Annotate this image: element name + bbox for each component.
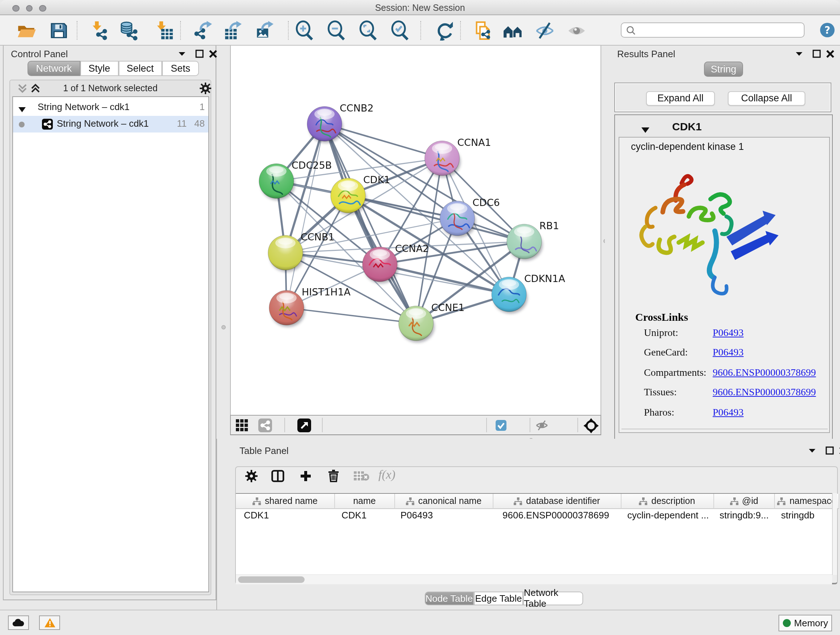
results-panel-header-icons [795,49,836,62]
bar-separator [486,418,487,432]
control-panel: Control Panel NetworkStyleSelectSets 1 o… [3,46,216,600]
toolbar-separator [77,21,77,40]
memory-button[interactable]: Memory [778,614,832,631]
copy-network-icon[interactable] [472,20,493,41]
table-panel-header-icons [808,445,840,458]
open-icon[interactable] [16,20,36,41]
tab-style[interactable]: Style [80,61,118,76]
cell-database-identifier[interactable]: 9606.ENSP00000378699 [502,510,609,522]
expand-all-button[interactable]: Expand All [646,91,715,105]
title-bar[interactable]: Session: New Session [0,0,840,15]
crosslink-label: Pharos: [644,407,674,418]
tab-node-table[interactable]: Node Table [424,591,474,605]
table-vscrollbar[interactable] [832,493,837,575]
column-header-namespace[interactable]: namespace [775,494,839,509]
add-column-icon[interactable] [300,470,312,485]
import-database-icon[interactable] [118,20,139,41]
show-columns-icon[interactable] [271,470,284,485]
help-button[interactable]: ? [820,22,835,38]
crosslink-value-link[interactable]: P06493 [713,407,744,418]
cell-name[interactable]: CDK1 [341,510,366,522]
network-tree-row-selected[interactable]: String Network – cdk1 11 48 [13,116,208,133]
column-header-canonical-name[interactable]: canonical name [395,494,493,509]
zoom-selected-icon[interactable] [390,20,410,41]
node-CDC25B[interactable] [259,164,294,200]
left-splitter-handle-icon[interactable] [221,325,226,329]
cell-canonical-name[interactable]: P06493 [401,510,433,522]
node-RB1[interactable] [507,224,542,260]
cell-namespace[interactable]: stringdb [781,510,815,522]
crosslink-row: Compartments: 9606.ENSP00000378699 [619,367,829,386]
tab-select[interactable]: Select [118,61,162,76]
node-CCNA1[interactable] [425,141,460,177]
node-CCNE1[interactable] [399,306,434,342]
function-builder-icon[interactable]: f(x) [378,468,395,482]
tab-network[interactable]: Network [27,61,80,76]
cell-description[interactable]: cyclin-dependent ... [627,510,709,522]
crosslink-value-link[interactable]: 9606.ENSP00000378699 [713,367,816,378]
grid-view-icon[interactable] [236,419,248,434]
table-settings-gear-icon[interactable] [245,470,257,485]
import-network-icon[interactable] [90,20,110,41]
zoom-out-icon[interactable] [326,20,347,41]
export-table-icon[interactable] [222,20,242,41]
crosslink-value-link[interactable]: P06493 [713,347,744,358]
network-tree-root-row[interactable]: String Network – cdk1 1 [13,99,208,116]
node-CDKN1A[interactable] [492,277,527,313]
search-input[interactable] [621,22,805,37]
save-icon[interactable] [48,20,68,41]
collapse-all-button[interactable]: Collapse All [728,91,805,105]
import-table-icon[interactable] [154,20,174,41]
node-CCNB1[interactable] [268,235,303,272]
hidden-eye-icon[interactable] [535,419,548,434]
neighbors-icon[interactable] [503,20,523,41]
cloud-button[interactable] [8,616,29,630]
float-panel-icon [196,50,203,57]
cloud-icon [13,619,24,626]
column-header-shared-name[interactable]: shared name [236,494,335,509]
node-HIST1H1A[interactable] [269,290,305,326]
delete-table-icon[interactable] [354,470,370,485]
crosslink-value-link[interactable]: 9606.ENSP00000378699 [713,386,816,398]
delete-column-icon[interactable] [328,469,339,485]
edge-HIST1H1A-CCNE1[interactable] [286,308,416,323]
gear-icon[interactable] [200,82,211,97]
network-list-panel: 1 of 1 Network selected String Network –… [9,80,211,595]
disclosure-triangle-icon[interactable] [641,123,650,136]
hide-selected-icon[interactable] [535,20,555,41]
network-share-icon[interactable] [258,418,272,435]
node-CCNA2[interactable] [363,247,398,283]
refresh-icon[interactable] [435,20,455,41]
tab-sets[interactable]: Sets [162,61,199,76]
birds-eye-view-icon[interactable] [297,418,311,435]
column-header-name[interactable]: name [335,494,395,509]
tab-edge-table[interactable]: Edge Table [474,591,523,605]
tab-string[interactable]: String [704,62,743,77]
zoom-in-icon[interactable] [294,20,315,41]
zoom-fit-icon[interactable] [358,20,378,41]
show-all-icon[interactable] [567,20,587,41]
application-window: Session: New Session ? Control Panel Net… [0,0,840,635]
warning-button[interactable] [39,616,60,630]
column-header-description[interactable]: description [621,494,714,509]
crosslink-value-link[interactable]: P06493 [713,327,744,339]
node-CDC6[interactable] [440,201,475,237]
export-network-icon[interactable] [193,20,213,41]
table-toolbar: f(x) [236,467,837,492]
protein-result-header[interactable]: CDK1 [615,115,832,136]
disclosure-triangle-icon[interactable] [18,104,26,115]
column-header-database-identifier[interactable]: database identifier [493,494,621,509]
node-CDK1[interactable] [331,178,366,214]
control-panel-title: Control Panel [11,49,68,59]
node-label-CDK1: CDK1 [363,174,390,185]
column-header--id[interactable]: @id [714,494,775,509]
network-view[interactable]: CCNB2CCNA1CDC25BCDK1CDC6RB1CCNB1CCNA2CDK… [230,46,601,415]
fit-content-icon[interactable] [583,418,599,437]
cell--id[interactable]: stringdb:9... [720,510,769,522]
hscrollbar-thumb[interactable] [238,576,305,583]
tab-network-table[interactable]: Network Table [523,591,583,605]
selected-checkbox-icon[interactable] [496,420,507,433]
cell-shared-name[interactable]: CDK1 [244,510,269,522]
table-hscrollbar[interactable] [236,575,832,584]
export-image-icon[interactable] [254,20,274,41]
